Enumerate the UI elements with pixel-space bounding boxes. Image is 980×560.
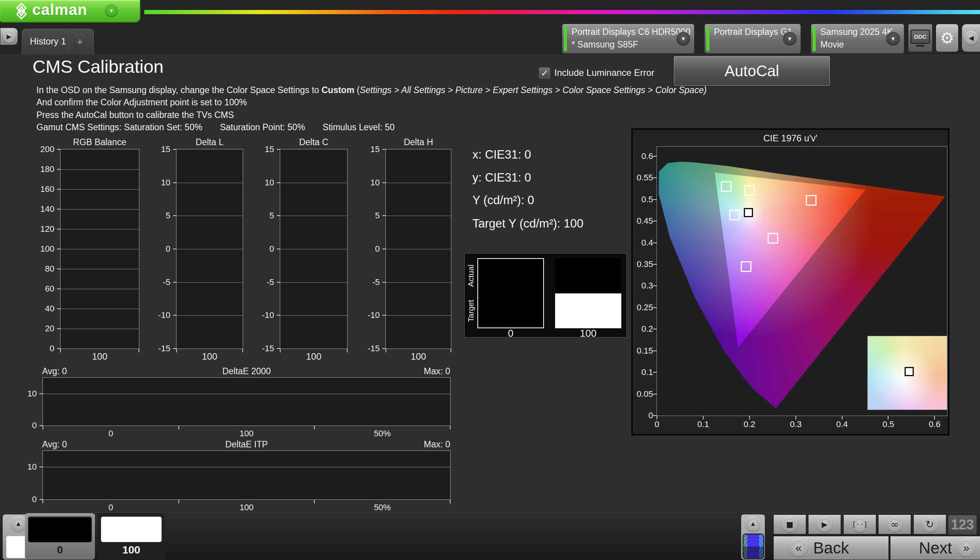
pattern-generator-dropdown[interactable]: Portrait Displays G1 ▼ xyxy=(704,24,801,53)
autocal-label: AutoCal xyxy=(725,62,779,80)
y-tick-mark xyxy=(173,149,176,150)
pattern-patch-card[interactable]: 100 xyxy=(98,513,165,560)
gridline xyxy=(60,169,139,170)
gridline xyxy=(386,183,451,183)
x-tick-mark xyxy=(347,349,347,352)
y-tick-mark xyxy=(277,149,280,150)
gridline xyxy=(176,216,243,216)
cyan-target-marker xyxy=(729,210,740,220)
x-tick-label: 0.2 xyxy=(743,420,755,429)
display-dropdown[interactable]: Samsung 2025 4K Movie ▼ xyxy=(811,24,904,53)
x-tick-label: 0.1 xyxy=(698,420,709,429)
y-tick-mark xyxy=(382,215,386,216)
play-button[interactable]: ▶ xyxy=(808,514,841,534)
x-axis-label: 0 xyxy=(108,503,113,513)
x-axis-label: 100 xyxy=(280,351,347,362)
tab-label: History 1 xyxy=(30,36,66,47)
ddc-monitor-icon: DDC xyxy=(910,30,930,44)
page-title: CMS Calibration xyxy=(33,56,163,77)
y-tick-mark xyxy=(173,282,176,283)
y-tick-label: 0.45 xyxy=(634,216,653,226)
x-tick-label: 0.3 xyxy=(790,420,802,429)
measure-range-button[interactable]: [··] xyxy=(843,514,876,534)
cie-chart-title: CIE 1976 u'v' xyxy=(633,133,948,143)
collapse-panel-button[interactable]: ◀ xyxy=(962,24,980,52)
gridline xyxy=(386,315,451,316)
target-half xyxy=(555,293,621,328)
x-tick-mark xyxy=(176,349,177,352)
pattern-window-thumbnail[interactable] xyxy=(742,533,764,559)
x-tick-label: 0.4 xyxy=(836,420,848,429)
y-tick-label: 5 xyxy=(248,211,274,221)
patch-compare-panel: Actual Target 0 100 xyxy=(464,253,627,337)
x-tick-mark xyxy=(450,349,451,352)
instruction-line-1: In the OSD on the Samsung display, chang… xyxy=(37,85,707,95)
logo-dropdown-arrow-icon[interactable]: ▼ xyxy=(105,4,118,17)
cie-1976-panel: CIE 1976 u'v' 00.050.10.150.20.250.30.35… xyxy=(631,128,949,435)
magenta-target-marker xyxy=(767,233,778,243)
y-tick-label: 0 xyxy=(634,411,653,420)
y-tick-label: 0.35 xyxy=(634,259,653,269)
patch-label: 0 xyxy=(25,544,95,556)
meter-dropdown[interactable]: Portrait Displays C6 HDR5000 * Samsung S… xyxy=(562,24,694,53)
chevron-down-icon[interactable]: ▼ xyxy=(886,32,900,46)
x-axis-label: 0 xyxy=(108,428,113,438)
gridline xyxy=(280,315,347,316)
tab-history-1[interactable]: History 1 + xyxy=(22,29,94,55)
rgb-balance-chart: RGB Balance20018016014012010080604020010… xyxy=(60,149,140,349)
ddc-control-button[interactable]: DDC xyxy=(908,24,932,52)
stop-button[interactable]: ■ xyxy=(773,514,806,534)
chevron-down-icon[interactable]: ▼ xyxy=(783,32,797,46)
expand-up-button[interactable]: ▲ xyxy=(745,516,761,532)
include-luminance-label: Include Luminance Error xyxy=(554,67,654,78)
y-tick-mark xyxy=(57,268,60,269)
back-button[interactable]: « Back xyxy=(773,536,889,560)
target-row-label: Target xyxy=(466,293,476,328)
settings-button[interactable]: ⚙ xyxy=(935,24,958,52)
y-tick-label: 120 xyxy=(28,224,54,234)
y-tick-label: 10 xyxy=(354,178,380,188)
expand-up-button[interactable]: ▲ xyxy=(11,516,26,532)
patch-color-swatch xyxy=(28,516,92,542)
y-tick-mark xyxy=(57,248,60,249)
y-tick-label: 15 xyxy=(248,144,274,154)
x-tick-label: 0 xyxy=(654,420,659,429)
pattern-patch-card[interactable]: 0 xyxy=(25,513,95,560)
y-tick-mark xyxy=(653,372,657,373)
gridline xyxy=(386,216,451,216)
y-tick-mark xyxy=(653,350,657,351)
stop-icon: ■ xyxy=(782,517,797,532)
add-tab-button[interactable]: + xyxy=(73,35,87,49)
chart-title: DeltaE ITP xyxy=(43,439,450,450)
include-luminance-checkbox[interactable]: ✓ xyxy=(539,67,550,78)
y-tick-mark xyxy=(653,264,657,265)
y-tick-label: 60 xyxy=(28,284,54,294)
y-tick-label: 0 xyxy=(11,495,37,505)
gridline xyxy=(280,249,347,249)
y-tick-mark xyxy=(277,282,280,283)
chevron-down-icon[interactable]: ▼ xyxy=(676,32,690,46)
expand-panel-button[interactable]: ▶ xyxy=(0,28,18,45)
gridline xyxy=(60,289,139,289)
x-tick-mark xyxy=(450,500,450,503)
continuous-measure-button[interactable]: ∞ xyxy=(878,514,911,534)
next-button[interactable]: Next » xyxy=(890,536,980,560)
x-tick-mark xyxy=(842,416,842,420)
calman-logo-button[interactable]: calman ▼ xyxy=(0,0,141,23)
y-tick-label: 0 xyxy=(28,343,54,353)
calman-diamond-icon xyxy=(13,3,30,20)
y-tick-label: 0.5 xyxy=(634,195,653,205)
y-tick-label: -15 xyxy=(248,343,274,353)
gridline xyxy=(280,282,347,283)
y-tick-mark xyxy=(277,215,280,216)
chart-title: Delta C xyxy=(257,137,370,147)
inset-whitepoint-marker xyxy=(905,367,914,376)
y-tick-mark xyxy=(57,169,60,170)
y-tick-label: -15 xyxy=(354,343,380,353)
autocal-button[interactable]: AutoCal xyxy=(674,56,830,86)
x-tick-mark xyxy=(280,349,281,352)
y-tick-label: 140 xyxy=(28,204,54,214)
y-tick-mark xyxy=(173,315,176,316)
refresh-button[interactable]: ↻ xyxy=(914,514,946,534)
x-axis-label: 100 xyxy=(386,351,451,362)
